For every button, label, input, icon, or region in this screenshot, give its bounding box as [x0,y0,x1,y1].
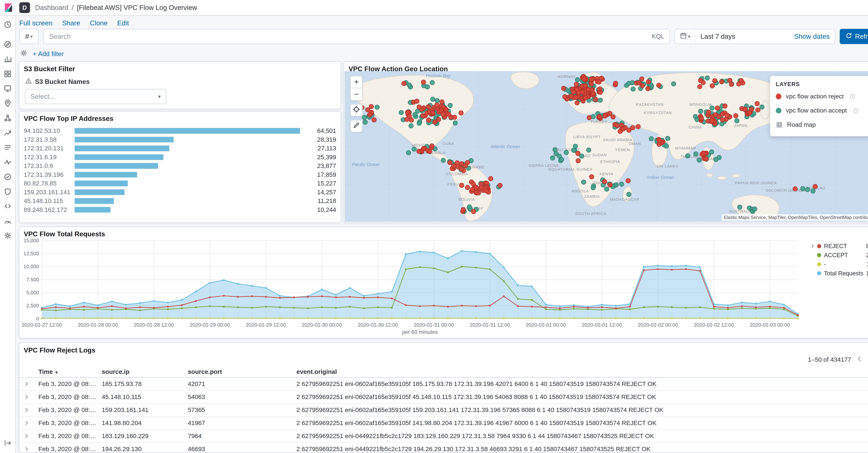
panel-title[interactable]: S3 Bucket Filter [19,62,341,73]
show-dates-button[interactable]: Show dates [794,33,830,40]
sidebar-item-siem[interactable] [1,187,14,198]
sidebar-item-dev-tools[interactable] [1,202,14,212]
legend-collapse-button[interactable]: › [811,242,814,250]
ip-bar-row[interactable]: 172.31.20.13127,113 [24,144,336,153]
saved-query-menu-button[interactable]: #▾ [19,29,38,44]
column-header-event-original[interactable]: event.original [292,368,868,375]
calendar-menu-button[interactable]: ▾ [675,29,695,43]
ip-bar-row[interactable]: 172.31.3.5828,319 [24,135,336,144]
sidebar-item-canvas[interactable] [1,84,14,95]
ip-bar-row[interactable]: 172.31.39.19617,859 [24,170,336,179]
ip-label: 159.203.161.141 [24,189,72,196]
legend-item-reject[interactable]: REJECT863 [817,242,868,251]
expand-row-icon[interactable] [19,394,34,400]
total-requests-chart[interactable]: 02,5005,0007,50010,00012,50015,0002020-0… [22,237,809,337]
table-row[interactable]: Feb 3, 2020 @ 08:26:14.000159.203.161.14… [19,404,868,417]
sidebar-item-management[interactable] [1,232,14,242]
panel-title[interactable]: VPC Flow Top IP Addresses [19,112,341,123]
svg-text:EQUATORIAL GUINEA: EQUATORIAL GUINEA [549,167,592,172]
legend-item-total-requests[interactable]: Total Requests1,226 [817,269,868,278]
dock-navigation-button[interactable] [1,438,14,448]
kibana-logo-icon[interactable] [0,3,17,12]
ip-bar-row[interactable]: 172.31.6.1925,399 [24,153,336,162]
sidebar-item-dashboard[interactable] [1,70,14,80]
legend-item--[interactable]: -110 [817,260,868,269]
layer-row-vpc-flow-action-reject[interactable]: vpc flow action reject [776,89,868,103]
sidebar-item-logs[interactable] [1,143,14,153]
zoom-in-button[interactable]: + [350,76,363,88]
sidebar-item-machine-learning[interactable] [1,114,14,124]
column-header-source-port[interactable]: source.port [183,368,292,375]
cell-source-ip: 183.129.160.229 [97,432,183,440]
kql-language-button[interactable]: KQL [652,33,664,40]
zoom-out-button[interactable]: − [350,88,363,101]
s3-bucket-names-label: S3 Bucket Names [25,77,341,86]
layer-row-vpc-flow-action-accept[interactable]: vpc flow action accept [776,103,868,118]
layer-clock-icon [852,108,859,114]
sidebar-item-uptime[interactable] [1,173,14,183]
legend-item-accept[interactable]: ACCEPT253 [817,251,868,260]
ip-bar-row[interactable]: 172.31.0.623,877 [24,161,336,170]
svg-text:15,000: 15,000 [24,238,39,243]
cell-source-ip: 159.203.161.141 [97,406,183,414]
expand-row-icon[interactable] [19,420,34,426]
legend-swatch [817,262,821,266]
sidebar-item-discover[interactable] [1,40,14,50]
ip-bar-row[interactable]: 45.148.10.11511,218 [24,197,336,205]
legend-swatch [817,253,821,257]
map-tools-button[interactable] [350,120,363,132]
table-row[interactable]: Feb 3, 2020 @ 08:25:25.000183.129.160.22… [19,430,868,443]
ip-bar-row[interactable]: 80.82.78.8515,227 [24,179,336,188]
expand-row-icon[interactable] [19,407,34,413]
expand-row-icon[interactable] [19,381,34,387]
query-bar: #▾ KQL ▾ Last 7 days Show dates Refresh [19,29,868,44]
search-input[interactable] [43,29,670,44]
expand-row-icon[interactable] [19,433,34,439]
add-filter-button[interactable]: + Add filter [33,50,64,58]
panel-title[interactable]: VPC Flow Reject Logs [19,343,868,354]
toolbar-link-full-screen[interactable]: Full screen [19,19,53,27]
ip-bar-row[interactable]: 159.203.161.14114,257 [24,188,336,197]
geo-map[interactable]: Hudson BayNORWAYUNITED STATESKAZAKHSTANM… [345,71,868,222]
svg-text:PERU: PERU [447,182,459,187]
sidebar-item-metrics[interactable] [1,128,14,139]
svg-text:JAPAN: JAPAN [734,124,747,128]
sidebar-item-stack-monitoring[interactable] [1,217,14,227]
svg-text:CHINA: CHINA [689,125,702,129]
hash-filter-icon: # [25,32,29,41]
column-header-source-ip[interactable]: source.ip [97,368,183,375]
ip-bar [75,198,114,204]
sidebar-item-apm[interactable] [1,158,14,168]
machine-learning-icon [3,114,12,124]
breadcrumb-separator: / [72,4,73,11]
cell-source-ip: 45.148.10.115 [97,393,183,400]
s3-bucket-select[interactable]: Select... ▾ [25,89,166,104]
sidebar-item-recently-viewed[interactable] [1,20,14,31]
panel-title[interactable]: VPC Flow Action Geo Location [344,62,868,73]
sidebar-item-maps[interactable] [1,99,14,109]
set-view-button[interactable] [350,104,363,117]
ip-bar-row[interactable]: 89.248.162.17210,244 [24,205,336,214]
page-title: [Filebeat AWS] VPC Flow Log Overview [77,4,197,11]
toolbar-link-clone[interactable]: Clone [90,19,107,27]
breadcrumb-dashboard[interactable]: Dashboard [35,4,68,11]
panel-title[interactable]: VPC Flow Total Requests [19,227,868,238]
toolbar-link-share[interactable]: Share [62,19,80,27]
refresh-button[interactable]: Refresh [840,29,868,44]
filter-options-gear-icon[interactable] [20,49,28,59]
column-header-time[interactable]: Time▼ [34,368,97,375]
ip-value: 10,244 [305,206,336,213]
expand-row-icon[interactable] [19,446,34,452]
sidebar-item-visualize[interactable] [1,55,14,65]
table-row[interactable]: Feb 3, 2020 @ 08:26:14.00045.148.10.1155… [19,391,868,404]
space-avatar[interactable]: D [19,2,30,13]
time-range-label[interactable]: Last 7 days [701,33,735,40]
table-row[interactable]: Feb 3, 2020 @ 08:25:25.000194.26.29.1304… [19,443,868,453]
table-row[interactable]: Feb 3, 2020 @ 08:26:14.000185.175.93.784… [19,378,868,391]
previous-page-button[interactable] [855,355,864,365]
ip-bar-row[interactable]: 94.102.53.1064,501 [24,126,336,135]
layer-row-road-map[interactable]: Road map [776,118,868,132]
svg-text:2020-02-02 00:00: 2020-02-02 00:00 [638,322,678,328]
toolbar-link-edit[interactable]: Edit [117,19,129,27]
table-row[interactable]: Feb 3, 2020 @ 08:26:14.000141.98.80.2044… [19,417,868,430]
